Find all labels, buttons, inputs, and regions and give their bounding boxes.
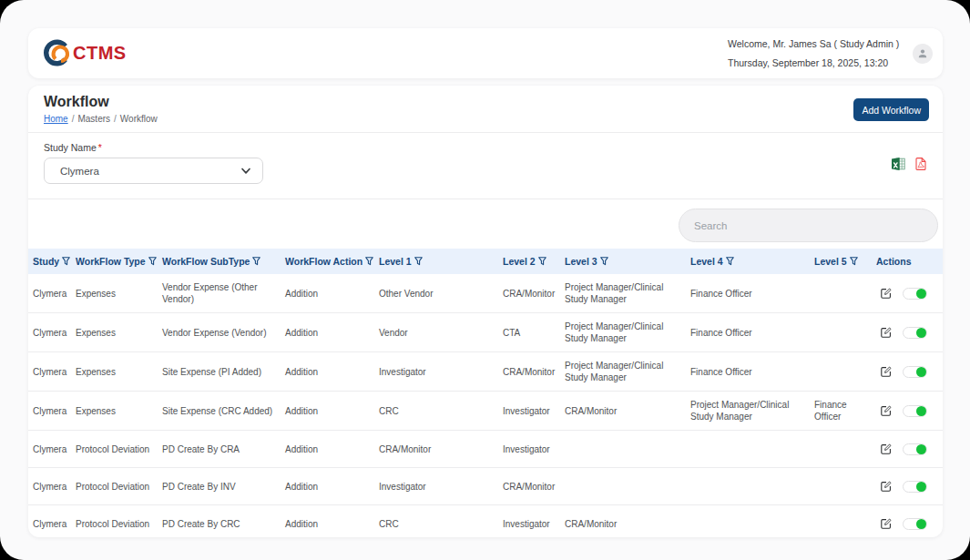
cell-level2: Investigator bbox=[498, 431, 560, 468]
welcome-block: Welcome, Mr. James Sa ( Study Admin ) Th… bbox=[728, 35, 899, 73]
cell-actions bbox=[872, 431, 943, 468]
edit-pencil-icon bbox=[881, 288, 892, 299]
cell-level3: Project Manager/Clinical Study Manager bbox=[560, 352, 686, 392]
welcome-text: Welcome, Mr. James Sa ( Study Admin ) bbox=[728, 35, 899, 54]
cell-level2: CTA bbox=[498, 313, 560, 352]
filter-funnel-icon[interactable] bbox=[252, 257, 260, 266]
cell-workflow-subtype: PD Create By INV bbox=[158, 468, 281, 505]
cell-level2: CRA/Monitor bbox=[498, 352, 560, 392]
status-toggle[interactable] bbox=[903, 366, 927, 378]
column-header[interactable]: Level 2 bbox=[498, 249, 560, 274]
user-avatar[interactable] bbox=[913, 44, 933, 64]
edit-row-button[interactable] bbox=[881, 443, 892, 454]
filter-funnel-icon[interactable] bbox=[365, 257, 373, 266]
export-buttons bbox=[892, 158, 926, 170]
edit-row-button[interactable] bbox=[881, 518, 892, 529]
row-actions bbox=[876, 443, 940, 455]
search-section bbox=[28, 199, 943, 249]
cell-level4: Finance Officer bbox=[686, 352, 810, 392]
status-toggle[interactable] bbox=[903, 481, 927, 493]
edit-pencil-icon bbox=[881, 481, 892, 492]
filter-funnel-icon[interactable] bbox=[62, 257, 70, 266]
cell-workflow-subtype: Vendor Expense (Other Vendor) bbox=[158, 274, 281, 313]
cell-level5: Finance Officer bbox=[810, 392, 872, 431]
ctms-logo[interactable]: CTMS bbox=[44, 39, 127, 66]
cell-workflow-subtype: Vendor Expense (Vendor) bbox=[158, 313, 281, 352]
column-header[interactable]: Level 3 bbox=[560, 249, 686, 274]
cell-level4: Project Manager/Clinical Study Manager bbox=[686, 392, 810, 431]
cell-level4: Finance Officer bbox=[686, 313, 810, 352]
column-header-label: WorkFlow SubType bbox=[162, 256, 250, 267]
breadcrumb-home-link[interactable]: Home bbox=[44, 114, 68, 124]
filter-funnel-icon[interactable] bbox=[148, 257, 157, 266]
cell-actions bbox=[872, 274, 943, 313]
status-toggle[interactable] bbox=[903, 443, 927, 455]
toggle-knob bbox=[916, 482, 926, 492]
filter-funnel-icon[interactable] bbox=[414, 257, 423, 266]
cell-level1: CRC bbox=[374, 505, 498, 538]
status-toggle[interactable] bbox=[903, 518, 927, 530]
column-header[interactable]: Level 4 bbox=[686, 249, 810, 274]
column-header[interactable]: Level 1 bbox=[374, 249, 498, 274]
status-toggle[interactable] bbox=[903, 327, 927, 339]
edit-row-button[interactable] bbox=[881, 327, 892, 338]
top-bar: CTMS Welcome, Mr. James Sa ( Study Admin… bbox=[28, 28, 943, 78]
edit-row-button[interactable] bbox=[881, 481, 892, 492]
page-background: CTMS Welcome, Mr. James Sa ( Study Admin… bbox=[0, 0, 970, 560]
filter-funnel-icon[interactable] bbox=[850, 257, 858, 266]
cell-workflow-action: Addition bbox=[281, 274, 374, 313]
cell-level5 bbox=[810, 352, 872, 392]
export-pdf-button[interactable] bbox=[915, 158, 926, 170]
column-header[interactable]: Level 5 bbox=[810, 249, 872, 274]
filter-funnel-icon[interactable] bbox=[726, 257, 734, 266]
cell-level5 bbox=[810, 313, 872, 352]
column-header[interactable]: WorkFlow Action bbox=[281, 249, 374, 274]
cell-workflow-action: Addition bbox=[281, 468, 374, 505]
column-header[interactable]: WorkFlow Type bbox=[71, 249, 158, 274]
column-header-label: Level 2 bbox=[503, 256, 536, 267]
status-toggle[interactable] bbox=[903, 288, 927, 300]
ctms-logo-text: CTMS bbox=[73, 43, 127, 64]
add-workflow-button[interactable]: Add Workflow bbox=[853, 98, 929, 121]
table-row: Clymera Expenses Site Expense (CRC Added… bbox=[28, 392, 943, 431]
column-header-label: Level 5 bbox=[814, 256, 847, 267]
cell-workflow-action: Addition bbox=[281, 392, 374, 431]
ctms-logo-icon bbox=[44, 39, 71, 66]
toggle-knob bbox=[916, 328, 926, 338]
cell-level4 bbox=[686, 505, 810, 538]
cell-workflow-subtype: PD Create By CRA bbox=[158, 431, 281, 468]
cell-level2: Investigator bbox=[498, 392, 560, 431]
column-header[interactable]: Actions bbox=[872, 249, 943, 274]
pdf-icon bbox=[915, 158, 926, 170]
export-excel-button[interactable] bbox=[892, 158, 905, 170]
status-toggle[interactable] bbox=[903, 405, 927, 417]
study-name-label: Study Name* bbox=[44, 142, 102, 153]
cell-workflow-type: Expenses bbox=[71, 313, 158, 352]
cell-workflow-subtype: PD Create By CRC bbox=[158, 505, 281, 538]
content-card: Workflow Home/Masters/Workflow Add Workf… bbox=[28, 86, 943, 537]
edit-row-button[interactable] bbox=[881, 366, 892, 377]
filter-funnel-icon[interactable] bbox=[538, 257, 546, 266]
row-actions bbox=[876, 481, 940, 493]
study-name-select[interactable]: Clymera bbox=[44, 158, 263, 184]
column-header[interactable]: WorkFlow SubType bbox=[158, 249, 281, 274]
cell-level1: Other Vendor bbox=[374, 274, 498, 313]
user-icon bbox=[916, 47, 929, 60]
column-header[interactable]: Study bbox=[28, 249, 71, 274]
filter-funnel-icon[interactable] bbox=[600, 257, 608, 266]
cell-workflow-action: Addition bbox=[281, 431, 374, 468]
edit-row-button[interactable] bbox=[881, 405, 892, 416]
cell-study: Clymera bbox=[28, 392, 71, 431]
cell-level1: Investigator bbox=[374, 468, 498, 505]
required-asterisk: * bbox=[98, 142, 102, 153]
filter-section: Study Name* Clymera bbox=[28, 133, 943, 199]
breadcrumb: Home/Masters/Workflow bbox=[44, 114, 158, 124]
edit-pencil-icon bbox=[881, 327, 892, 338]
cell-level4 bbox=[686, 468, 810, 505]
search-input[interactable] bbox=[679, 209, 938, 242]
cell-study: Clymera bbox=[28, 313, 71, 352]
edit-row-button[interactable] bbox=[881, 288, 892, 299]
toggle-knob bbox=[916, 406, 926, 416]
column-header-label: Study bbox=[33, 256, 59, 267]
cell-level5 bbox=[810, 274, 872, 313]
